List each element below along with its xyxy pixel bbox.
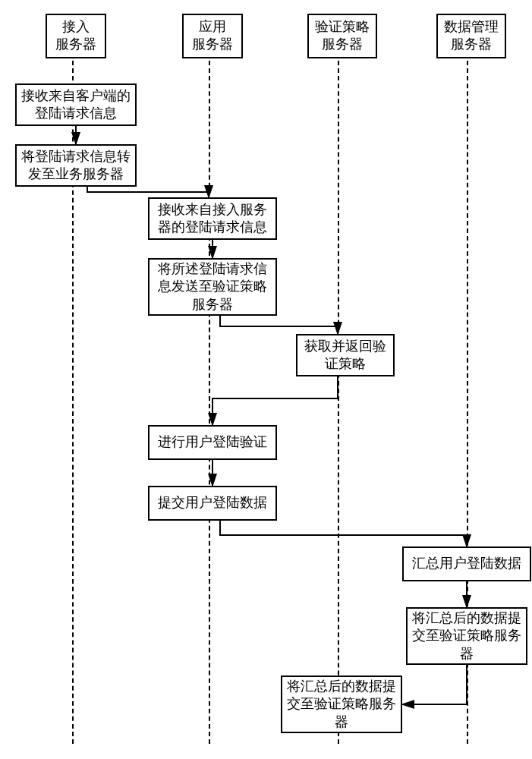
step-recv-client-login: 接收来自客户端的登陆请求信息 [15, 83, 137, 126]
lane-header-access: 接入服务器 [46, 14, 106, 58]
step-send-to-policy: 将所述登陆请求信息发送至验证策略服务器 [148, 258, 277, 316]
step-submit-aggregated-to-policy: 将汇总后的数据提交至验证策略服务器 [281, 676, 402, 733]
lane-header-policy: 验证策略服务器 [307, 14, 377, 58]
lane-line-policy [338, 61, 339, 744]
step-user-login-verify: 进行用户登陆验证 [148, 425, 277, 460]
lane-line-app [209, 61, 210, 744]
step-recv-from-access: 接收来自接入服务器的登陆请求信息 [148, 197, 277, 240]
step-get-return-policy: 获取并返回验证策略 [296, 334, 395, 376]
lane-header-app: 应用服务器 [182, 14, 243, 58]
step-aggregate-login-data: 汇总用户登陆数据 [402, 546, 531, 581]
step-forward-to-business: 将登陆请求信息转发至业务服务器 [15, 144, 137, 187]
step-submit-login-data: 提交用户登陆数据 [148, 486, 277, 521]
step-submit-aggregated-to-policy-dm: 将汇总后的数据提交至验证策略服务器 [406, 607, 527, 665]
lane-header-datamgr: 数据管理服务器 [436, 14, 506, 58]
